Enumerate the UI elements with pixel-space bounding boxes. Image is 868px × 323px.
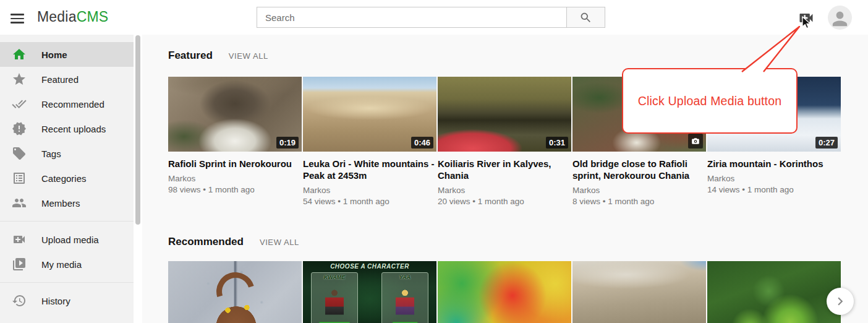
duration-badge: 0:19	[276, 137, 299, 149]
sidebar-item-label: My media	[41, 259, 82, 270]
logo[interactable]: MediaCMS	[37, 9, 108, 25]
people-icon	[12, 196, 27, 210]
game-character-panel: KWAME Selected	[311, 272, 358, 323]
sidebar-item-my-media[interactable]: My media	[0, 252, 134, 277]
callout-text: Click Upload Media button	[638, 94, 782, 108]
chevron-right-icon	[832, 293, 848, 309]
video-author: Markos	[438, 185, 571, 196]
video-author: Markos	[572, 185, 706, 196]
video-library-icon	[12, 257, 27, 272]
video-card[interactable]: 0:19 Rafioli Sprint in Nerokourou Markos…	[168, 77, 302, 207]
menu-toggle-button[interactable]	[9, 9, 27, 26]
sidebar-item-home[interactable]: Home	[0, 42, 134, 67]
view-all-link[interactable]: VIEW ALL	[260, 238, 299, 247]
video-thumbnail[interactable]: 0:19	[168, 77, 302, 152]
video-card[interactable]	[572, 261, 706, 323]
game-character-name: KWAME	[312, 274, 357, 280]
video-thumbnail[interactable]	[438, 261, 571, 323]
sidebar-item-label: Featured	[41, 74, 79, 85]
sidebar-item-recent-uploads[interactable]: Recent uploads	[0, 116, 134, 141]
video-title[interactable]: Koiliaris River in Kalyves, Chania	[438, 158, 571, 181]
sidebar-item-label: Members	[41, 198, 80, 209]
sidebar-divider	[0, 221, 134, 222]
camera-icon	[691, 137, 700, 145]
logo-media-text: Media	[37, 9, 77, 25]
video-thumbnail[interactable]	[707, 261, 841, 323]
callout-arrow	[728, 20, 809, 73]
recommended-cards-row: CHOOSE A CHARACTER KWAME Selected YAA Se…	[168, 261, 841, 323]
game-character-panel: YAA Select	[381, 272, 428, 323]
carousel-next-button[interactable]	[827, 288, 854, 315]
duration-badge: 0:46	[411, 137, 433, 149]
mouse-cursor	[802, 16, 812, 30]
search-input[interactable]	[257, 7, 567, 28]
game-overlay-title: CHOOSE A CHARACTER	[303, 263, 436, 270]
video-thumbnail[interactable]: 0:31	[438, 77, 571, 152]
tag-icon	[12, 146, 27, 161]
section-title: Recommended	[168, 236, 244, 248]
video-title[interactable]: Rafioli Sprint in Nerokourou	[168, 158, 302, 170]
sidebar-item-categories[interactable]: Categories	[0, 166, 134, 191]
logo-cms-text: CMS	[77, 9, 109, 25]
sidebar-item-label: History	[41, 296, 70, 306]
person-icon	[829, 8, 851, 30]
hamburger-icon	[11, 22, 24, 24]
video-thumbnail[interactable]	[572, 261, 706, 323]
video-author: Markos	[303, 185, 436, 196]
history-icon	[12, 293, 27, 308]
sidebar-scrollbar-thumb[interactable]	[135, 35, 140, 225]
video-card[interactable]	[438, 261, 571, 323]
hamburger-icon	[11, 18, 24, 20]
video-card[interactable]: 0:46 Leuka Ori - White mountains - Peak …	[303, 77, 436, 207]
game-character-art	[396, 288, 414, 315]
video-info: Old bridge close to Rafioli sprint, Nero…	[572, 158, 706, 207]
video-card[interactable]: CHOOSE A CHARACTER KWAME Selected YAA Se…	[303, 261, 436, 323]
video-thumbnail[interactable]: 0:46	[303, 77, 436, 152]
sidebar-item-tags[interactable]: Tags	[0, 141, 134, 166]
video-meta: 14 views • 1 month ago	[707, 184, 841, 196]
video-title[interactable]: Leuka Ori - White mountains - Peak at 24…	[303, 158, 436, 181]
mediacms-app: MediaCMS Home Featured Recommended	[0, 0, 868, 323]
view-all-link[interactable]: VIEW ALL	[229, 51, 268, 61]
sidebar-divider	[0, 282, 134, 283]
sidebar-item-label: Categories	[41, 173, 87, 184]
video-meta: 8 views • 1 month ago	[572, 196, 706, 207]
user-avatar[interactable]	[828, 6, 852, 30]
sidebar-item-featured[interactable]: Featured	[0, 67, 134, 92]
video-info: Rafioli Sprint in Nerokourou Markos 98 v…	[168, 158, 302, 196]
section-title: Featured	[168, 50, 213, 62]
sidebar: Home Featured Recommended Recent uploads…	[0, 35, 134, 323]
video-card[interactable]	[168, 261, 302, 323]
video-title[interactable]: Old bridge close to Rafioli sprint, Nero…	[572, 158, 706, 181]
video-meta: 98 views • 1 month ago	[168, 184, 302, 196]
sidebar-item-history[interactable]: History	[0, 288, 134, 313]
image-badge	[688, 134, 703, 149]
video-thumbnail[interactable]	[168, 261, 302, 323]
search-button[interactable]	[566, 7, 605, 28]
video-card[interactable]: 0:31 Koiliaris River in Kalyves, Chania …	[438, 77, 571, 207]
home-icon	[12, 47, 27, 62]
sidebar-item-upload-media[interactable]: Upload media	[0, 227, 134, 252]
video-thumbnail[interactable]: CHOOSE A CHARACTER KWAME Selected YAA Se…	[303, 261, 436, 323]
game-character-art	[325, 288, 344, 315]
sidebar-item-recommended[interactable]: Recommended	[0, 92, 134, 116]
hamburger-icon	[11, 14, 24, 15]
video-info: Leuka Ori - White mountains - Peak at 24…	[303, 158, 436, 207]
video-info: Ziria mountain - Korinthos Markos 14 vie…	[707, 158, 841, 196]
featured-section-header: Featured VIEW ALL	[168, 50, 268, 62]
sidebar-item-label: Upload media	[41, 235, 99, 245]
sidebar-item-label: Tags	[41, 149, 61, 159]
video-author: Markos	[168, 173, 302, 184]
sidebar-item-label: Recent uploads	[41, 124, 106, 134]
callout-tooltip: Click Upload Media button	[622, 68, 798, 134]
duration-badge: 0:31	[546, 137, 568, 149]
video-title[interactable]: Ziria mountain - Korinthos	[707, 158, 841, 170]
video-info: Koiliaris River in Kalyves, Chania Marko…	[438, 158, 571, 207]
sidebar-item-members[interactable]: Members	[0, 191, 134, 215]
upload-media-icon	[12, 232, 27, 247]
video-card[interactable]	[707, 261, 841, 323]
star-icon	[12, 72, 27, 87]
search-bar	[257, 7, 605, 28]
sidebar-item-label: Recommended	[41, 99, 104, 110]
duration-badge: 0:27	[815, 137, 838, 149]
